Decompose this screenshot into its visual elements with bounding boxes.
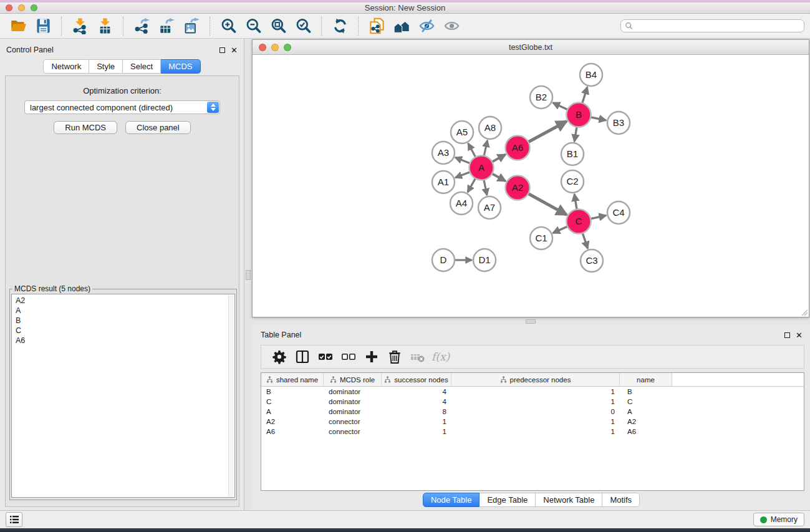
close-panel-icon[interactable]: ✕: [231, 46, 238, 54]
node-table: shared name MCDS role successor nodes pr…: [261, 372, 804, 491]
graph-node-label: A7: [484, 202, 495, 213]
tab-node-table[interactable]: Node Table: [423, 493, 480, 507]
network-window-titlebar[interactable]: testGlobe.txt: [253, 40, 809, 55]
run-mcds-button[interactable]: Run MCDS: [54, 121, 117, 134]
optimization-criterion-label: Optimization criterion:: [6, 86, 239, 95]
result-item[interactable]: A2: [16, 296, 227, 306]
zoom-out-icon: [245, 17, 262, 34]
network-canvas[interactable]: B4B2BB3A8A5A6A3B1AA1C2A2A4A7C4CC1C3DD1: [253, 55, 809, 317]
result-item[interactable]: C: [16, 326, 227, 336]
table-row[interactable]: Adominator80A: [261, 407, 804, 417]
tab-mcds[interactable]: MCDS: [161, 59, 200, 74]
select-all-columns-button[interactable]: [314, 347, 337, 367]
memory-label: Memory: [771, 515, 798, 524]
result-item[interactable]: A: [16, 306, 227, 316]
column-type-icon: [330, 376, 337, 383]
tab-select[interactable]: Select: [123, 59, 161, 74]
graph-node-label: B1: [567, 148, 578, 159]
close-table-panel-icon[interactable]: ✕: [796, 331, 803, 339]
refresh-view-button[interactable]: [327, 16, 352, 37]
import-network-button[interactable]: [67, 16, 92, 37]
graph-node-label: D: [440, 254, 447, 265]
graph-node-label: A3: [438, 147, 449, 158]
column-type-icon: [500, 376, 507, 383]
table-settings-button[interactable]: [268, 347, 291, 367]
zoom-fit-button[interactable]: [266, 16, 291, 37]
eye-slash-icon: [418, 17, 435, 34]
table-row[interactable]: Cdominator41C: [261, 397, 804, 407]
optimization-criterion-select[interactable]: largest connected component (directed): [24, 100, 220, 114]
export-image-button[interactable]: [179, 16, 204, 37]
tab-network-table[interactable]: Network Table: [536, 493, 602, 507]
control-panel-title: Control Panel: [6, 46, 54, 54]
column-header-name[interactable]: name: [620, 373, 672, 386]
resize-grip-icon[interactable]: [801, 309, 808, 316]
main-toolbar: [0, 14, 810, 39]
table-row[interactable]: Bdominator41B: [261, 387, 804, 397]
show-column-panel-button[interactable]: [291, 347, 314, 367]
result-item[interactable]: A6: [16, 336, 227, 346]
column-header-mcds-role[interactable]: MCDS role: [324, 373, 382, 386]
column-header-successor-nodes[interactable]: successor nodes: [382, 373, 451, 386]
column-header-predecessor-nodes[interactable]: predecessor nodes: [451, 373, 620, 386]
unselect-all-columns-button[interactable]: [337, 347, 360, 367]
zoom-window-icon[interactable]: [31, 4, 37, 11]
close-window-icon[interactable]: [6, 4, 12, 11]
minimize-network-window-icon[interactable]: [271, 44, 279, 51]
hide-graphics-details-button[interactable]: [414, 16, 439, 37]
search-input[interactable]: [635, 22, 800, 31]
float-panel-icon[interactable]: [219, 47, 225, 53]
home-button[interactable]: [389, 16, 414, 37]
export-table-button[interactable]: [154, 16, 179, 37]
search-icon: [625, 22, 633, 30]
vertical-splitter[interactable]: [244, 39, 252, 510]
zoom-fit-icon: [270, 17, 287, 34]
delete-columns-button[interactable]: [383, 347, 406, 367]
import-table-icon: [97, 17, 113, 34]
graph-node-label: A2: [512, 182, 523, 193]
duplicate-network-button[interactable]: [364, 16, 389, 37]
close-panel-button[interactable]: Close panel: [125, 121, 191, 134]
control-panel-tabs: Network Style Select MCDS: [0, 59, 244, 74]
result-item[interactable]: B: [16, 316, 227, 326]
table-row[interactable]: A6connector11A6: [261, 427, 804, 437]
app-titlebar: Session: New Session: [0, 2, 810, 14]
zoom-in-button[interactable]: [216, 16, 241, 37]
float-table-panel-icon[interactable]: [784, 332, 790, 338]
splitter-handle[interactable]: [246, 270, 251, 280]
create-column-button[interactable]: [360, 347, 383, 367]
export-network-button[interactable]: [129, 16, 154, 37]
dropdown-stepper-icon[interactable]: [207, 102, 219, 113]
task-history-button[interactable]: [6, 512, 22, 527]
window-controls: [6, 4, 37, 11]
import-table-button[interactable]: [92, 16, 117, 37]
show-graphics-details-button[interactable]: [439, 16, 464, 37]
optimization-criterion-value: largest connected component (directed): [30, 103, 173, 112]
column-header-shared-name[interactable]: shared name: [261, 373, 324, 386]
control-panel: Control Panel ✕ Network Style Select MCD…: [0, 39, 244, 510]
network-graph[interactable]: B4B2BB3A8A5A6A3B1AA1C2A2A4A7C4CC1C3DD1: [253, 55, 809, 317]
zoom-selected-button[interactable]: [291, 16, 316, 37]
save-session-button[interactable]: [31, 16, 55, 37]
tab-network[interactable]: Network: [43, 59, 89, 74]
zoom-network-window-icon[interactable]: [284, 44, 291, 51]
table-row[interactable]: A2connector11A2: [261, 417, 804, 427]
tab-style[interactable]: Style: [89, 59, 123, 74]
delete-table-button[interactable]: [406, 347, 429, 367]
tab-motifs[interactable]: Motifs: [602, 493, 640, 507]
close-network-window-icon[interactable]: [259, 44, 266, 51]
minimize-window-icon[interactable]: [18, 4, 25, 11]
trash-icon: [387, 349, 402, 364]
graph-node-label: A6: [512, 142, 523, 153]
tab-edge-table[interactable]: Edge Table: [480, 493, 536, 507]
graph-node-label: B4: [586, 69, 597, 80]
graph-node-label: B: [576, 109, 582, 120]
function-builder-button[interactable]: f(x): [429, 351, 450, 363]
zoom-out-button[interactable]: [241, 16, 266, 37]
open-session-button[interactable]: [6, 16, 31, 37]
horizontal-splitter-handle[interactable]: [526, 319, 536, 324]
export-network-icon: [133, 17, 150, 34]
toolbar-search-field[interactable]: [620, 19, 804, 32]
memory-button[interactable]: Memory: [753, 513, 804, 526]
result-scrollbar[interactable]: [228, 295, 234, 496]
